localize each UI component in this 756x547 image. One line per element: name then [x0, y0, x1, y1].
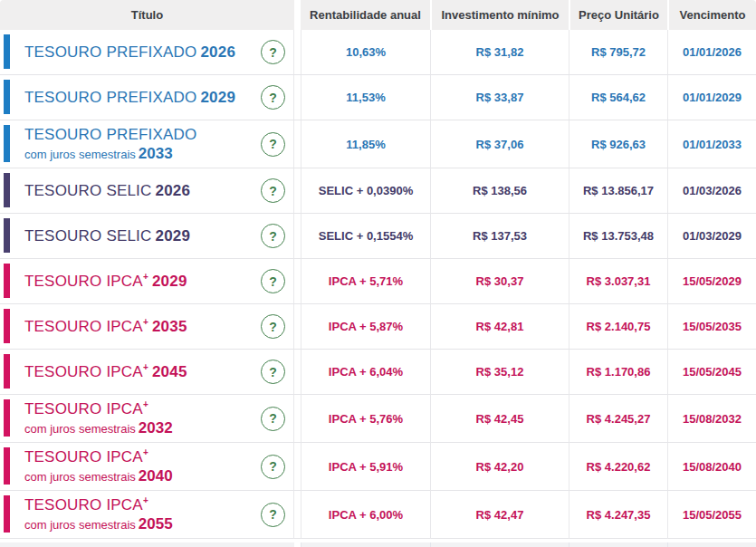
column-gap	[294, 214, 301, 259]
bond-subtitle: com juros semestrais	[24, 518, 136, 532]
bond-year: 2055	[139, 515, 173, 533]
vencimento-value: 15/08/2032	[667, 395, 756, 443]
rentabilidade-value: IPCA + 5,91%	[301, 443, 430, 491]
rentabilidade-value: IPCA + 5,76%	[301, 395, 430, 443]
column-gap	[294, 491, 301, 539]
rentabilidade-value: 10,63%	[301, 30, 430, 75]
table-row: TESOURO SELIC2029 ? SELIC + 0,1554% R$ 1…	[0, 214, 756, 259]
bond-year: 2026	[156, 182, 191, 199]
investimento-value: R$ 137,53	[430, 214, 569, 259]
bond-title: TESOURO SELIC2029	[24, 227, 261, 245]
help-button[interactable]: ?	[261, 178, 285, 203]
preco-value: R$ 4.245,27	[569, 395, 667, 443]
bond-subtitle: com juros semestrais	[24, 148, 136, 161]
bond-year: 2033	[139, 145, 173, 162]
vencimento-value: 15/05/2055	[667, 491, 756, 539]
bond-title: TESOURO IPCA+2045	[24, 363, 261, 380]
strip-cell	[0, 542, 294, 547]
investimento-value: R$ 42,47	[430, 491, 569, 539]
column-gap	[294, 75, 301, 120]
vencimento-value: 01/01/2026	[667, 30, 756, 75]
plus-superscript: +	[143, 448, 148, 458]
bond-title-line2: com juros semestrais2055	[24, 515, 261, 533]
bond-title-cell: TESOURO SELIC2026 ?	[0, 168, 294, 214]
vencimento-value: 01/01/2033	[667, 120, 756, 168]
bond-title-cell: TESOURO PREFIXADO2026 ?	[0, 30, 294, 75]
preco-value: R$ 13.856,17	[569, 168, 667, 214]
strip-cell	[667, 542, 756, 547]
bond-title: TESOURO PREFIXADO2029	[24, 89, 261, 106]
investimento-value: R$ 138,56	[430, 168, 569, 214]
table-row: TESOURO IPCA+2029 ? IPCA + 5,71% R$ 30,3…	[0, 259, 756, 304]
help-button[interactable]: ?	[261, 224, 285, 248]
row-accent-bar	[4, 447, 10, 485]
bond-name: TESOURO IPCA	[24, 318, 143, 335]
investimento-value: R$ 35,12	[430, 350, 569, 395]
bond-name: TESOURO IPCA	[24, 448, 143, 465]
bond-year: 2032	[139, 419, 173, 437]
table-row: TESOURO PREFIXADO2026 ? 10,63% R$ 31,82 …	[0, 30, 756, 75]
plus-superscript: +	[143, 317, 148, 327]
column-header-preco: Preço Unitário	[569, 0, 667, 30]
help-button[interactable]: ?	[261, 314, 285, 339]
investimento-value: R$ 42,20	[430, 443, 569, 491]
preco-value: R$ 926,63	[569, 120, 667, 168]
preco-value: R$ 795,72	[569, 30, 667, 75]
question-mark-icon: ?	[269, 460, 277, 473]
preco-value: R$ 4.247,35	[569, 491, 667, 539]
vencimento-value: 15/05/2035	[667, 304, 756, 350]
bond-title: TESOURO IPCA+2029	[24, 273, 261, 290]
bond-title: TESOURO IPCA+ com juros semestrais2040	[24, 448, 261, 484]
bond-title-line1: TESOURO IPCA+	[24, 400, 261, 417]
column-gap	[294, 30, 301, 75]
vencimento-value: 15/05/2029	[667, 259, 756, 304]
table-row: TESOURO PREFIXADO com juros semestrais20…	[0, 120, 756, 168]
bond-year: 2029	[200, 89, 235, 106]
question-mark-icon: ?	[269, 185, 277, 197]
investimento-value: R$ 30,37	[430, 259, 569, 304]
bond-title-cell: TESOURO IPCA+2045 ?	[0, 350, 294, 395]
question-mark-icon: ?	[269, 366, 277, 379]
rentabilidade-value: 11,85%	[301, 120, 430, 168]
vencimento-value: 15/05/2045	[667, 350, 756, 395]
help-button[interactable]: ?	[261, 503, 285, 527]
bond-title: TESOURO PREFIXADO2026	[24, 43, 261, 61]
question-mark-icon: ?	[269, 412, 277, 425]
row-accent-bar	[4, 264, 10, 298]
help-button[interactable]: ?	[261, 85, 285, 110]
next-section-strip	[0, 542, 756, 547]
row-accent-bar	[4, 125, 10, 162]
table-header-row: Título Rentabilidade anual Investimento …	[0, 0, 756, 30]
rentabilidade-value: IPCA + 6,04%	[301, 350, 430, 395]
table-row: TESOURO IPCA+ com juros semestrais2055 ?…	[0, 491, 756, 539]
question-mark-icon: ?	[269, 138, 277, 150]
help-button[interactable]: ?	[261, 407, 285, 431]
bond-year: 2029	[156, 227, 191, 245]
header-gap	[294, 0, 301, 30]
investimento-value: R$ 42,81	[430, 304, 569, 350]
help-button[interactable]: ?	[261, 360, 285, 384]
help-button[interactable]: ?	[261, 455, 285, 479]
column-gap	[294, 443, 301, 491]
strip-cell	[569, 542, 667, 547]
bond-title-line1: TESOURO IPCA+	[24, 448, 261, 465]
question-mark-icon: ?	[269, 321, 277, 333]
help-button[interactable]: ?	[261, 40, 285, 64]
plus-superscript: +	[143, 496, 148, 506]
bond-name: TESOURO SELIC	[24, 227, 152, 245]
bond-year: 2035	[152, 318, 187, 335]
column-gap	[294, 259, 301, 304]
table-row: TESOURO IPCA+2035 ? IPCA + 5,87% R$ 42,8…	[0, 304, 756, 350]
help-button[interactable]: ?	[261, 269, 285, 293]
help-button[interactable]: ?	[261, 132, 285, 157]
preco-value: R$ 2.140,75	[569, 304, 667, 350]
bond-title-cell: TESOURO IPCA+2035 ?	[0, 304, 294, 350]
bond-title-cell: TESOURO PREFIXADO2029 ?	[0, 75, 294, 120]
bond-title-cell: TESOURO SELIC2029 ?	[0, 214, 294, 259]
bond-name: TESOURO PREFIXADO	[24, 43, 196, 61]
preco-value: R$ 3.037,31	[569, 259, 667, 304]
column-gap	[294, 120, 301, 168]
preco-value: R$ 13.753,48	[569, 214, 667, 259]
column-header-titulo: Título	[0, 0, 294, 30]
plus-superscript: +	[143, 272, 148, 282]
